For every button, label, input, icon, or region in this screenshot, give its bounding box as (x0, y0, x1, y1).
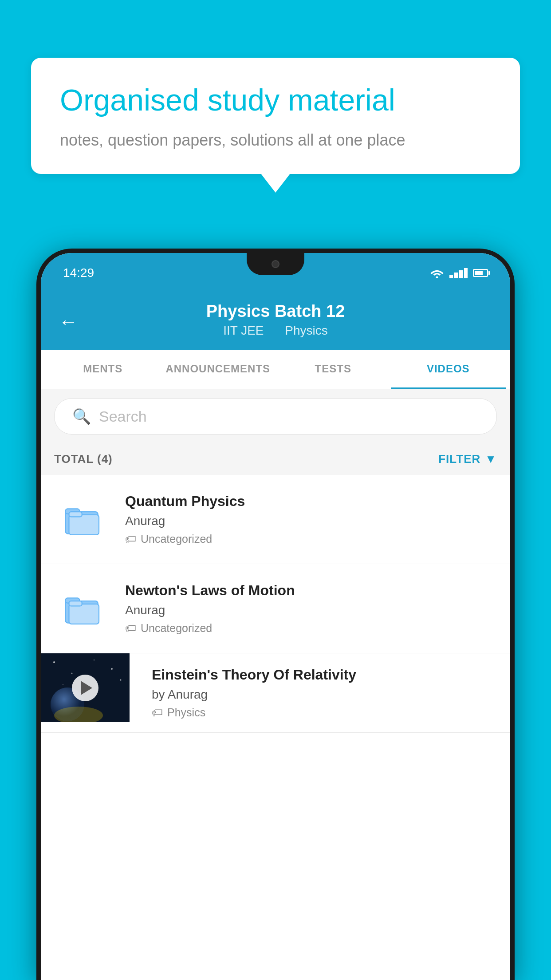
header-subtitle-part1: IIT JEE (223, 324, 264, 337)
folder-icon-container (54, 580, 112, 637)
phone-frame: 14:29 (36, 249, 515, 980)
tag-icon: 🏷 (152, 706, 163, 719)
header-subtitle-part2: Physics (285, 324, 327, 337)
video-info: Newton's Laws of Motion Anurag 🏷 Uncateg… (125, 582, 497, 635)
svg-point-13 (111, 668, 113, 670)
video-author: Anurag (125, 603, 497, 617)
tab-bar: MENTS ANNOUNCEMENTS TESTS VIDEOS (41, 350, 510, 389)
search-bar[interactable]: 🔍 Search (54, 398, 497, 435)
video-info: Einstein's Theory Of Relativity by Anura… (143, 653, 497, 732)
search-container: 🔍 Search (41, 389, 510, 443)
header-subtitle: IIT JEE Physics (59, 324, 492, 338)
filter-label: FILTER (438, 452, 480, 466)
tab-tests[interactable]: TESTS (276, 350, 391, 389)
speech-bubble: Organised study material notes, question… (31, 58, 520, 174)
tag-label: Uncategorized (141, 533, 212, 545)
svg-point-14 (63, 684, 63, 685)
search-icon: 🔍 (72, 407, 91, 425)
play-icon (81, 681, 92, 695)
header-title: Physics Batch 12 (59, 302, 492, 321)
list-item[interactable]: Newton's Laws of Motion Anurag 🏷 Uncateg… (41, 564, 510, 653)
video-title: Einstein's Theory Of Relativity (152, 667, 488, 683)
total-count: TOTAL (4) (54, 452, 113, 466)
camera (272, 260, 279, 268)
folder-icon (63, 589, 103, 628)
video-tag: 🏷 Uncategorized (125, 533, 497, 545)
folder-icon-container (54, 490, 112, 548)
tab-announcements[interactable]: ANNOUNCEMENTS (161, 350, 276, 389)
video-author: by Anurag (152, 688, 488, 702)
tab-videos[interactable]: VIDEOS (391, 350, 506, 389)
search-placeholder: Search (99, 408, 147, 425)
status-time: 14:29 (63, 266, 94, 280)
video-tag: 🏷 Physics (152, 706, 488, 719)
svg-point-11 (71, 673, 73, 674)
svg-rect-8 (69, 601, 82, 606)
svg-point-15 (120, 680, 122, 681)
video-info: Quantum Physics Anurag 🏷 Uncategorized (125, 493, 497, 545)
video-title: Quantum Physics (125, 493, 497, 510)
app-header: ← Physics Batch 12 IIT JEE Physics (41, 293, 510, 350)
svg-rect-4 (69, 512, 82, 517)
video-title: Newton's Laws of Motion (125, 582, 497, 599)
svg-point-12 (94, 660, 94, 660)
battery-icon (473, 269, 488, 277)
status-bar: 14:29 (41, 253, 510, 293)
list-item[interactable]: Quantum Physics Anurag 🏷 Uncategorized (41, 475, 510, 564)
filter-bar: TOTAL (4) FILTER ▼ (41, 443, 510, 475)
tag-label: Physics (167, 706, 205, 719)
tag-label: Uncategorized (141, 622, 212, 635)
bubble-title: Organised study material (60, 82, 491, 119)
phone-inner: 14:29 (41, 253, 510, 980)
notch (247, 253, 304, 275)
svg-point-10 (53, 661, 55, 663)
video-tag: 🏷 Uncategorized (125, 622, 497, 635)
back-button[interactable]: ← (59, 311, 78, 333)
video-thumbnail (41, 653, 130, 722)
tab-ments[interactable]: MENTS (45, 350, 161, 389)
svg-rect-3 (69, 515, 99, 535)
signal-icon (449, 268, 468, 278)
video-author: Anurag (125, 514, 497, 528)
tag-icon: 🏷 (125, 622, 136, 635)
speech-bubble-container: Organised study material notes, question… (31, 58, 520, 174)
svg-rect-7 (69, 604, 99, 624)
filter-icon: ▼ (485, 452, 497, 466)
status-icons (430, 268, 488, 278)
filter-button[interactable]: FILTER ▼ (438, 452, 497, 466)
play-button[interactable] (72, 675, 98, 701)
svg-point-0 (436, 277, 438, 279)
wifi-icon (430, 268, 444, 278)
folder-icon (63, 499, 103, 539)
tag-icon: 🏷 (125, 533, 136, 545)
list-item[interactable]: Einstein's Theory Of Relativity by Anura… (41, 653, 510, 733)
bubble-subtitle: notes, question papers, solutions all at… (60, 131, 491, 150)
video-list: Quantum Physics Anurag 🏷 Uncategorized (41, 475, 510, 733)
